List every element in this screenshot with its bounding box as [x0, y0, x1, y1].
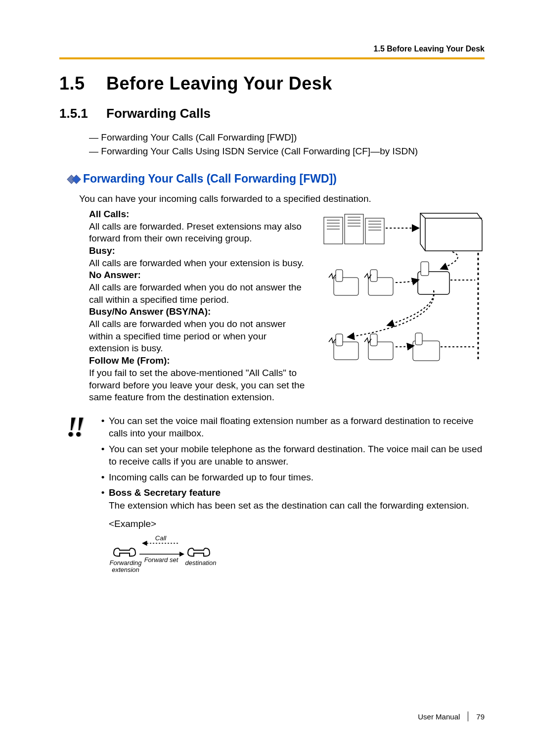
- example-label: <Example>: [109, 518, 485, 530]
- dash-item: — Forwarding Your Calls Using ISDN Servi…: [89, 145, 485, 158]
- call-label: Call: [155, 534, 167, 542]
- note-item: • You can set your mobile telephone as t…: [97, 443, 485, 468]
- notes-block: !! • You can set the voice mail floating…: [59, 415, 485, 581]
- mode-title: All Calls:: [89, 208, 309, 221]
- note-text: Incoming calls can be forwarded up to fo…: [109, 471, 485, 483]
- footer-page-number: 79: [476, 712, 485, 721]
- header-rule: [59, 57, 485, 59]
- mode-title: Follow Me (From):: [89, 355, 309, 367]
- example-figure: Call Forward set Forwarding extension de…: [109, 533, 485, 581]
- section-number: 1.5: [59, 73, 106, 94]
- forwarding-heading-text: Forwarding Your Calls (Call Forwarding […: [83, 172, 337, 186]
- destination-label: destination: [185, 559, 217, 567]
- illustration-column: [319, 208, 485, 374]
- notes-list: • You can set the voice mail floating ex…: [97, 415, 485, 581]
- note-item: • Boss & Secretary feature The extension…: [97, 486, 485, 512]
- svg-rect-2: [365, 218, 384, 244]
- intro-text: You can have your incoming calls forward…: [79, 192, 485, 205]
- forwarding-ext-label: Forwarding: [109, 559, 142, 567]
- page: 1.5 Before Leaving Your Desk 1.5Before L…: [0, 0, 534, 756]
- dash-item-text: Forwarding Your Calls (Call Forwarding […: [101, 132, 297, 142]
- phone-row-1: [329, 252, 475, 295]
- svg-rect-21: [370, 270, 377, 282]
- modes-column: All Calls: All calls are forwarded. Pres…: [89, 208, 319, 404]
- running-header: 1.5 Before Leaving Your Desk: [59, 45, 485, 53]
- svg-rect-1: [345, 214, 363, 244]
- mode-block: Busy/No Answer (BSY/NA): All calls are f…: [89, 306, 309, 355]
- diamond-bullet-icon: [68, 172, 78, 186]
- mode-text: All calls are forwarded. Preset extensio…: [89, 221, 309, 245]
- forwarding-heading: Forwarding Your Calls (Call Forwarding […: [68, 172, 485, 186]
- mode-title: Busy:: [89, 245, 309, 257]
- section-title: 1.5Before Leaving Your Desk: [59, 73, 485, 94]
- svg-rect-25: [336, 334, 343, 346]
- mode-block: All Calls: All calls are forwarded. Pres…: [89, 208, 309, 245]
- mode-text: All calls are forwarded when you do not …: [89, 318, 309, 355]
- mode-title: No Answer:: [89, 269, 309, 282]
- mode-text: If you fail to set the above-mentioned "…: [89, 367, 309, 404]
- mode-text: All calls are forwarded when you do not …: [89, 282, 309, 306]
- dash-item-text: Forwarding Your Calls Using ISDN Service…: [101, 146, 418, 156]
- two-column-layout: All Calls: All calls are forwarded. Pres…: [89, 208, 485, 404]
- svg-rect-19: [336, 270, 343, 282]
- mode-text: All calls are forwarded when your extens…: [89, 257, 309, 270]
- attention-icon: !!: [59, 415, 97, 439]
- forwarding-illustration: [319, 208, 485, 372]
- note-bold-title: Boss & Secretary feature: [109, 487, 221, 498]
- svg-rect-23: [421, 262, 429, 276]
- forward-set-label: Forward set: [144, 556, 179, 564]
- note-body: The extension which has been set as the …: [109, 500, 469, 511]
- forwarding-ext-label-2: extension: [112, 566, 139, 573]
- bullet-dot-icon: •: [97, 486, 109, 512]
- note-text: You can set your mobile telephone as the…: [109, 443, 485, 468]
- mode-block: Busy: All calls are forwarded when your …: [89, 245, 309, 269]
- note-item: • You can set the voice mail floating ex…: [97, 415, 485, 440]
- mode-title: Busy/No Answer (BSY/NA):: [89, 306, 309, 318]
- note-text: You can set the voice mail floating exte…: [109, 415, 485, 440]
- dash-item: — Forwarding Your Calls (Call Forwarding…: [89, 131, 485, 144]
- subsection-number: 1.5.1: [59, 106, 106, 121]
- note-text: Boss & Secretary feature The extension w…: [109, 486, 485, 512]
- bullet-dot-icon: •: [97, 443, 109, 468]
- section-name: Before Leaving Your Desk: [106, 73, 332, 94]
- bullet-dot-icon: •: [97, 415, 109, 440]
- mode-block: Follow Me (From): If you fail to set the…: [89, 355, 309, 404]
- svg-rect-27: [370, 334, 377, 346]
- svg-rect-0: [324, 217, 343, 244]
- page-footer: User Manual 79: [418, 711, 485, 721]
- note-item: • Incoming calls can be forwarded up to …: [97, 471, 485, 483]
- svg-rect-29: [415, 333, 422, 345]
- footer-divider: [468, 711, 468, 721]
- bullet-dot-icon: •: [97, 471, 109, 483]
- phone-row-2: [329, 333, 475, 361]
- footer-doc-name: User Manual: [418, 712, 460, 721]
- mode-block: No Answer: All calls are forwarded when …: [89, 269, 309, 306]
- dash-list: — Forwarding Your Calls (Call Forwarding…: [89, 131, 485, 157]
- subsection-name: Forwarding Calls: [106, 106, 211, 121]
- subsection-title: 1.5.1Forwarding Calls: [59, 106, 485, 121]
